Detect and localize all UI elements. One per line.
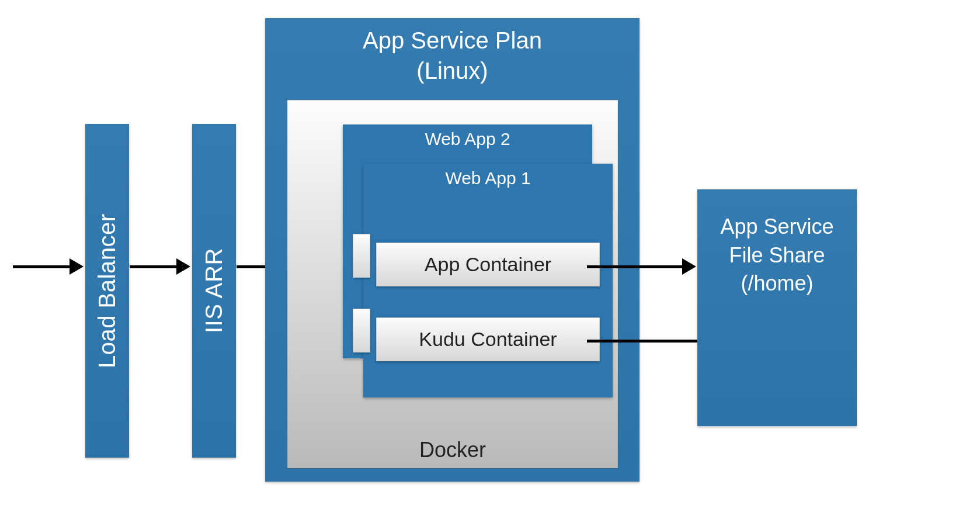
app-container-label: App Container [425, 253, 551, 276]
arrow-line-app-fs [587, 265, 682, 268]
iis-arr-box: IIS ARR [192, 124, 236, 458]
load-balancer-box: Load Balancer [85, 124, 129, 458]
webapp1-box: Web App 1 App Container Kudu Container [363, 164, 613, 397]
docker-label: Docker [287, 438, 618, 462]
kudu-container-box: Kudu Container [376, 317, 600, 361]
arrow-head-lb-iis [176, 258, 190, 275]
file-share-line2: File Share [729, 243, 825, 267]
app-service-plan-box: App Service Plan (Linux) Web App 2 Web A… [265, 18, 640, 482]
file-share-text: App Service File Share (/home) [697, 189, 857, 298]
arrow-head-entry [69, 258, 84, 275]
docker-area: Web App 2 Web App 1 App Container Kudu C… [287, 100, 618, 468]
file-share-line3: (/home) [741, 271, 813, 295]
plan-title-line2: (Linux) [416, 58, 488, 84]
webapp2-label: Web App 2 [343, 124, 592, 154]
file-share-line1: App Service [720, 215, 833, 238]
file-share-box: App Service File Share (/home) [697, 189, 857, 426]
back-container-sliver-2 [353, 309, 370, 352]
iis-arr-label: IIS ARR [192, 124, 236, 458]
arrow-head-app-fs [682, 258, 696, 275]
load-balancer-label: Load Balancer [85, 124, 129, 458]
line-kudu-fs [587, 340, 697, 343]
arrow-line-lb-iis [130, 265, 176, 268]
plan-title-line1: App Service Plan [363, 27, 542, 53]
architecture-diagram: Load Balancer IIS ARR App Service Plan (… [0, 0, 980, 505]
kudu-container-label: Kudu Container [419, 328, 557, 351]
webapp1-label: Web App 1 [363, 164, 613, 193]
arrow-line-entry [13, 265, 69, 268]
app-service-plan-title: App Service Plan (Linux) [363, 18, 542, 86]
app-container-box: App Container [376, 243, 600, 286]
back-container-sliver-1 [353, 234, 370, 278]
